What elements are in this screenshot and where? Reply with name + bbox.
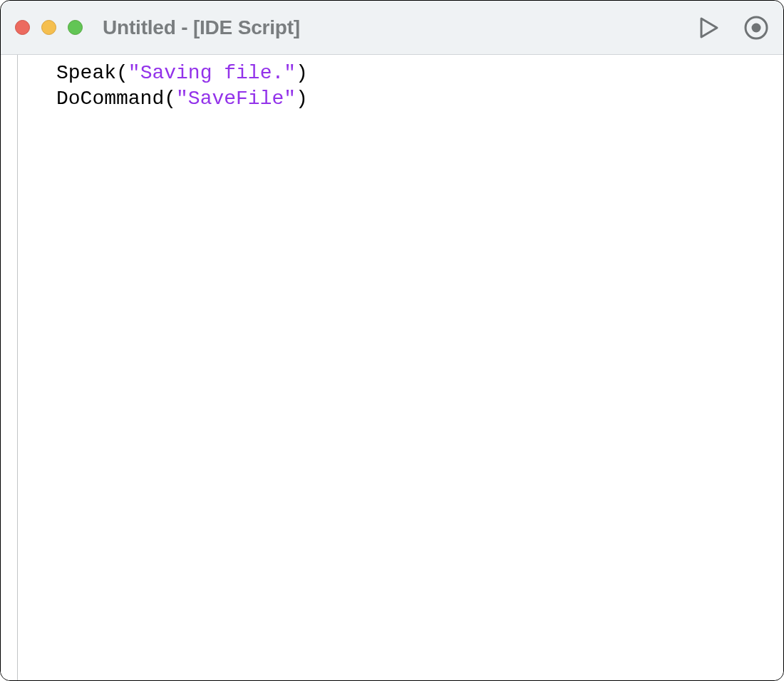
minimize-window-button[interactable]	[41, 20, 56, 35]
code-token: )	[296, 62, 308, 84]
record-icon	[743, 15, 769, 41]
run-button[interactable]	[699, 16, 721, 39]
maximize-window-button[interactable]	[68, 20, 83, 35]
code-string-token: "Saving file."	[128, 62, 296, 84]
code-string-token: "SaveFile"	[176, 88, 296, 110]
window-titlebar: Untitled - [IDE Script]	[1, 1, 783, 55]
record-button[interactable]	[743, 15, 769, 41]
code-token: DoCommand(	[56, 88, 176, 110]
window-title: Untitled - [IDE Script]	[103, 16, 300, 39]
play-icon	[699, 16, 721, 39]
toolbar-actions	[699, 15, 769, 41]
app-window: Untitled - [IDE Script] Speak("Saving fi…	[0, 0, 784, 681]
window-controls	[15, 20, 83, 35]
editor-gutter	[1, 55, 18, 680]
code-editor[interactable]: Speak("Saving file.") DoCommand("SaveFil…	[18, 55, 783, 680]
editor-area: Speak("Saving file.") DoCommand("SaveFil…	[1, 55, 783, 680]
close-window-button[interactable]	[15, 20, 30, 35]
svg-point-1	[752, 23, 761, 32]
code-token: )	[296, 88, 308, 110]
code-token: Speak(	[56, 62, 128, 84]
